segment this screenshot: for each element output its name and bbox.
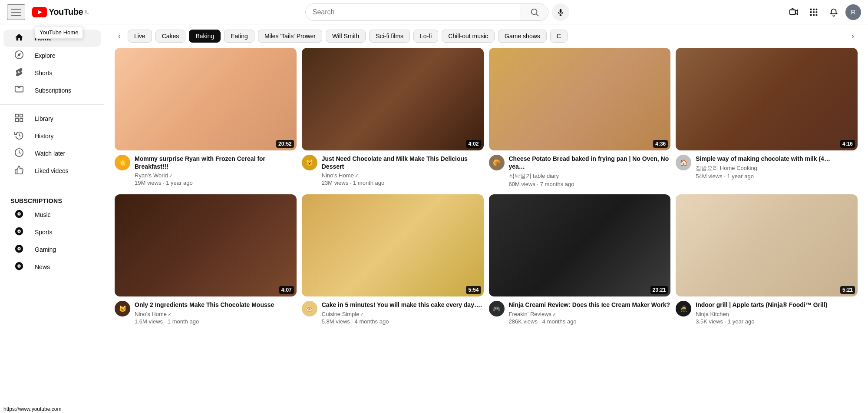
video-meta-6: Cake in 5 minutes! You will make this ca… bbox=[322, 301, 484, 324]
thumb-inner-7 bbox=[489, 194, 671, 297]
video-stats-5: 1.6M views · 1 month ago bbox=[135, 318, 297, 325]
create-button[interactable] bbox=[785, 4, 802, 20]
video-card-1[interactable]: 20:52 🌟 Mommy surprise Ryan with Frozen … bbox=[115, 48, 297, 187]
video-card-3[interactable]: 4:36 🥐 Cheese Potato Bread baked in fryi… bbox=[489, 48, 671, 187]
category-pill-live[interactable]: Live bbox=[128, 30, 152, 43]
video-grid: 20:52 🌟 Mommy surprise Ryan with Frozen … bbox=[115, 48, 858, 335]
sidebar: Home Explore Shorts Subscriptions Lib bbox=[0, 24, 104, 413]
video-duration-4: 4:16 bbox=[840, 140, 855, 148]
category-pill-chill-out-music[interactable]: Chill-out music bbox=[442, 30, 495, 43]
channel-avatar-3[interactable]: 🥐 bbox=[489, 155, 505, 170]
video-card-6[interactable]: 5:54 🎂 Cake in 5 minutes! You will make … bbox=[302, 194, 484, 325]
video-card-4[interactable]: 4:16 🏠 Simple way of making chocolate wi… bbox=[676, 48, 858, 187]
video-stats-6: 5.8M views · 4 months ago bbox=[322, 318, 484, 325]
video-title-6: Cake in 5 minutes! You will make this ca… bbox=[322, 301, 484, 309]
news-icon bbox=[14, 261, 24, 273]
video-stats-1: 19M views · 1 year ago bbox=[135, 180, 297, 186]
category-pill-will-smith[interactable]: Will Smith bbox=[326, 30, 366, 43]
logo-country: IL bbox=[85, 10, 89, 14]
category-pill-c[interactable]: C bbox=[550, 30, 568, 43]
category-pill-baking[interactable]: Baking bbox=[189, 30, 221, 43]
video-channel-4[interactable]: 집밥요리 Home Cooking bbox=[696, 164, 858, 172]
header: YouTubeIL bbox=[0, 0, 868, 24]
svg-rect-24 bbox=[16, 114, 18, 117]
sidebar-item-sports[interactable]: Sports bbox=[3, 223, 101, 241]
video-channel-2[interactable]: Nino's Home✓ bbox=[322, 172, 484, 179]
mic-button[interactable] bbox=[552, 3, 569, 21]
category-pill-cakes[interactable]: Cakes bbox=[155, 30, 186, 43]
sidebar-item-news[interactable]: News bbox=[3, 258, 101, 276]
sports-icon bbox=[14, 226, 24, 238]
category-pill-eating[interactable]: Eating bbox=[224, 30, 254, 43]
channel-avatar-1[interactable]: 🌟 bbox=[115, 155, 130, 170]
apps-button[interactable] bbox=[805, 4, 822, 20]
svg-rect-25 bbox=[20, 114, 23, 117]
svg-rect-27 bbox=[16, 118, 18, 121]
video-channel-3[interactable]: 식탁일기 table diary bbox=[509, 172, 671, 180]
video-title-7: Ninja Creami Review: Does this Ice Cream… bbox=[509, 301, 671, 309]
svg-rect-15 bbox=[810, 11, 812, 13]
video-channel-6[interactable]: Cuisine Simple✓ bbox=[322, 311, 484, 317]
video-thumbnail-5: 4:07 bbox=[115, 194, 297, 297]
sidebar-item-explore[interactable]: Explore bbox=[3, 47, 101, 64]
category-pill-sci-fi-films[interactable]: Sci-fi films bbox=[369, 30, 410, 43]
channel-avatar-7[interactable]: 🎮 bbox=[489, 301, 505, 316]
video-stats-4: 54M views · 1 year ago bbox=[696, 173, 858, 180]
video-duration-6: 5:54 bbox=[466, 286, 481, 294]
channel-avatar-8[interactable]: 🥷 bbox=[676, 301, 691, 316]
sidebar-item-history[interactable]: History bbox=[3, 127, 101, 145]
search-icon bbox=[530, 7, 539, 17]
liked-videos-label: Liked videos bbox=[35, 167, 69, 174]
video-card-7[interactable]: 23:21 🎮 Ninja Creami Review: Does this I… bbox=[489, 194, 671, 325]
video-duration-2: 4:02 bbox=[466, 140, 481, 148]
category-right-arrow[interactable]: › bbox=[848, 30, 858, 43]
sports-label: Sports bbox=[35, 229, 52, 236]
channel-avatar-6[interactable]: 🎂 bbox=[302, 301, 317, 316]
category-pills: LiveCakesBakingEatingMiles 'Tails' Prowe… bbox=[128, 30, 845, 43]
sidebar-item-liked-videos[interactable]: Liked videos bbox=[3, 162, 101, 180]
channel-avatar-4[interactable]: 🏠 bbox=[676, 155, 691, 170]
logo[interactable]: YouTubeIL bbox=[32, 7, 89, 17]
main-content: ‹ LiveCakesBakingEatingMiles 'Tails' Pro… bbox=[104, 24, 868, 413]
category-pill-miles--tails--prower[interactable]: Miles 'Tails' Prower bbox=[258, 30, 322, 43]
svg-rect-12 bbox=[810, 8, 812, 10]
sidebar-item-shorts[interactable]: Shorts bbox=[3, 64, 101, 82]
svg-point-34 bbox=[19, 230, 20, 232]
category-pill-game-shows[interactable]: Game shows bbox=[498, 30, 547, 43]
video-card-2[interactable]: 4:02 🐱 Just Need Chocolate and Milk Make… bbox=[302, 48, 484, 187]
category-pill-lo-fi[interactable]: Lo-fi bbox=[413, 30, 438, 43]
header-right: R bbox=[785, 4, 861, 20]
sidebar-item-gaming[interactable]: Gaming bbox=[3, 241, 101, 258]
thumb-inner-1 bbox=[115, 48, 297, 150]
video-channel-1[interactable]: Ryan's World✓ bbox=[135, 172, 297, 179]
video-meta-4: Simple way of making chocolate with milk… bbox=[696, 155, 858, 180]
verified-icon: ✓ bbox=[355, 173, 359, 179]
search-input[interactable] bbox=[306, 4, 521, 20]
video-stats-7: 286K views · 4 months ago bbox=[509, 318, 671, 325]
video-thumbnail-6: 5:54 bbox=[302, 194, 484, 297]
sidebar-item-subscriptions[interactable]: Subscriptions bbox=[3, 82, 101, 99]
subscriptions-icon bbox=[14, 85, 24, 97]
video-channel-8[interactable]: Ninja Kitchen bbox=[696, 311, 858, 317]
video-thumbnail-4: 4:16 bbox=[676, 48, 858, 150]
category-left-arrow[interactable]: ‹ bbox=[115, 30, 124, 43]
channel-avatar-5[interactable]: 🐱 bbox=[115, 301, 130, 316]
video-card-8[interactable]: 5:21 🥷 Indoor grill | Apple tarts (Ninja… bbox=[676, 194, 858, 325]
video-card-5[interactable]: 4:07 🐱 Only 2 Ingredients Make This Choc… bbox=[115, 194, 297, 325]
video-title-8: Indoor grill | Apple tarts (Ninja® Foodi… bbox=[696, 301, 858, 309]
channel-avatar-2[interactable]: 🐱 bbox=[302, 155, 317, 170]
sidebar-item-music[interactable]: Music bbox=[3, 206, 101, 223]
shorts-label: Shorts bbox=[35, 70, 52, 77]
video-stats-3: 60M views · 7 months ago bbox=[509, 181, 671, 187]
account-button[interactable]: R bbox=[845, 4, 861, 20]
notifications-button[interactable] bbox=[825, 4, 842, 20]
video-info-4: 🏠 Simple way of making chocolate with mi… bbox=[676, 155, 858, 180]
menu-button[interactable] bbox=[7, 4, 25, 20]
video-channel-5[interactable]: Nino's Home✓ bbox=[135, 311, 297, 317]
sidebar-item-library[interactable]: Library bbox=[3, 110, 101, 127]
verified-icon: ✓ bbox=[552, 312, 556, 317]
sidebar-item-watch-later[interactable]: Watch later bbox=[3, 145, 101, 162]
thumb-inner-6 bbox=[302, 194, 484, 297]
search-button[interactable] bbox=[521, 4, 548, 20]
video-channel-7[interactable]: Freakin' Reviews✓ bbox=[509, 311, 671, 317]
